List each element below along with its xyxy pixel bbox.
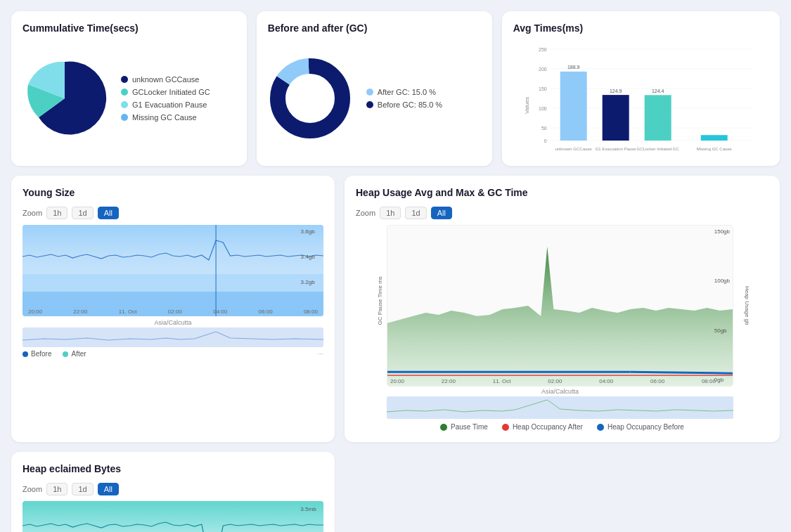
bar-chart-svg: Values 250 200 150 100 50 0 [513, 42, 769, 155]
young-legend-after: After [63, 350, 86, 358]
svg-text:124.9: 124.9 [610, 89, 622, 93]
young-x-1: 22:00 [73, 309, 87, 315]
heap-zoom-label: Zoom [356, 209, 375, 217]
gc-pause-label: GC Pause Time ms [377, 276, 383, 325]
beforeafter-content: After GC: 15.0 % Before GC: 85.0 % [268, 42, 481, 155]
heap-x-2: 11. Oct [493, 378, 511, 384]
pie-chart [22, 56, 107, 141]
heap-usage-title: Heap Usage Avg and Max & GC Time [356, 187, 769, 198]
heap-zoom-1h[interactable]: 1h [380, 207, 401, 219]
svg-text:200: 200 [539, 67, 547, 72]
young-size-card: Young Size Zoom 1h 1d All [11, 176, 335, 442]
young-zoom-1d[interactable]: 1d [72, 207, 93, 219]
young-x-5: 06:00 [259, 309, 273, 315]
young-mini-nav-svg [22, 327, 323, 347]
young-chart: 3.6gb 3.4gb 3.2gb 20:00 22:00 11. Oct 02… [22, 225, 323, 316]
heap-chart-svg [387, 226, 733, 386]
heap-x-0: 20:00 [390, 378, 404, 384]
heap-zoom-1d[interactable]: 1d [405, 207, 426, 219]
young-timezone: Asia/Calcutta [22, 319, 323, 326]
heap-y-100: 100gb [714, 278, 730, 284]
legend-dot-1 [121, 89, 128, 96]
young-legend-before-dot [22, 351, 28, 357]
young-zoom-all[interactable]: All [98, 207, 119, 219]
heap-mini-nav[interactable] [387, 396, 733, 419]
heap-chart-container: GC Pause Time ms Heap Usage gb [387, 225, 733, 419]
svg-rect-16 [560, 72, 586, 141]
heap-main-chart: 150gb 100gb 50gb 0gb 20:00 22:00 11. Oct… [387, 225, 733, 387]
heap-legend-after-label: Heap Occupancy After [513, 423, 583, 431]
svg-rect-22 [700, 135, 727, 141]
heap-legend-before: Heap Occupancy Before [597, 423, 684, 431]
svg-text:3.5mb: 3.5mb [300, 506, 316, 512]
heap-legend-pause: Pause Time [440, 423, 488, 431]
young-x-2: 11. Oct [119, 309, 137, 315]
svg-text:3.2gb: 3.2gb [300, 279, 315, 285]
before-legend-item: Before GC: 85.0 % [366, 100, 442, 109]
legend-item-1: GCLocker Initiated GC [121, 88, 210, 96]
young-more-icon[interactable]: ··· [318, 350, 323, 358]
legend-dot-0 [121, 76, 128, 83]
reclaimed-zoom-controls: Zoom 1h 1d All [22, 483, 323, 495]
heap-reclaimed-card: Heap eclaimed Bytes Zoom 1h 1d All [11, 452, 335, 532]
bottom-row: Heap eclaimed Bytes Zoom 1h 1d All [11, 452, 780, 532]
young-zoom-1h[interactable]: 1h [46, 207, 67, 219]
before-label: Before GC: 85.0 % [378, 100, 442, 109]
heap-mini-nav-svg [387, 396, 733, 419]
reclaimed-zoom-all[interactable]: All [98, 483, 119, 495]
legend-label-0: unknown GCCause [132, 75, 199, 84]
young-mini-nav[interactable] [22, 327, 323, 347]
heap-zoom-controls: Zoom 1h 1d All [356, 207, 769, 219]
heap-y-50: 50gb [714, 327, 730, 334]
young-legend: Before After ··· [22, 350, 323, 358]
beforeafter-title: Before and after (GC) [268, 22, 481, 34]
young-x-labels: 20:00 22:00 11. Oct 02:00 04:00 06:00 08… [22, 309, 323, 315]
legend-label-2: G1 Evacuation Pause [132, 100, 207, 109]
svg-text:0: 0 [544, 138, 546, 143]
svg-text:124.4: 124.4 [652, 89, 664, 93]
heap-zoom-all[interactable]: All [431, 207, 452, 219]
young-legend-before: Before [22, 350, 51, 358]
svg-rect-18 [602, 95, 629, 141]
heap-x-4: 04:00 [599, 378, 613, 384]
cumulative-content: unknown GCCause GCLocker Initiated GC G1… [22, 42, 236, 155]
cumulative-time-card: Cummulative Time(secs) [11, 11, 247, 166]
svg-point-2 [289, 77, 331, 119]
young-zoom-label: Zoom [22, 209, 42, 217]
reclaimed-zoom-1d[interactable]: 1d [72, 483, 93, 495]
young-legend-before-label: Before [31, 350, 51, 358]
young-size-title: Young Size [22, 187, 323, 198]
young-x-6: 08:00 [304, 309, 318, 315]
heap-x-3: 02:00 [548, 378, 562, 384]
young-x-0: 20:00 [28, 309, 42, 315]
svg-text:Missing GC Cause: Missing GC Cause [696, 147, 732, 151]
young-x-4: 04:00 [213, 309, 227, 315]
heap-usage-card: Heap Usage Avg and Max & GC Time Zoom 1h… [345, 176, 780, 442]
middle-row: Young Size Zoom 1h 1d All [11, 176, 780, 442]
heap-usage-gb-label: Heap Usage gb [745, 286, 751, 325]
svg-rect-20 [644, 95, 671, 141]
svg-text:GCLocker Initiated GC: GCLocker Initiated GC [636, 147, 679, 151]
svg-text:3.6gb: 3.6gb [300, 228, 315, 235]
svg-text:G1 Evacuation Pause: G1 Evacuation Pause [595, 147, 636, 151]
after-legend-item: After GC: 15.0 % [366, 88, 442, 96]
legend-item-3: Missing GC Cause [121, 113, 210, 122]
heap-legend-after: Heap Occupancy After [502, 423, 583, 431]
heap-y-150: 150gb [714, 228, 730, 235]
young-legend-after-label: After [71, 350, 86, 358]
avgtimes-card: Avg Times(ms) Values 250 200 150 10 [502, 11, 780, 166]
svg-text:188.9: 188.9 [567, 65, 580, 70]
before-legend-dot [366, 101, 373, 108]
svg-text:50: 50 [541, 126, 547, 131]
heap-reclaimed-title: Heap eclaimed Bytes [22, 463, 323, 474]
beforeafter-card: Before and after (GC) After GC: 15.0 % [257, 11, 492, 166]
heap-x-1: 22:00 [442, 378, 456, 384]
reclaimed-chart: 3.5mb 3.25mb 3mb 20:00 22:00 11. Oct 02:… [22, 501, 323, 532]
after-label: After GC: 15.0 % [378, 88, 436, 96]
heap-x-5: 06:00 [650, 378, 664, 384]
heap-legend-before-dot [597, 424, 604, 431]
svg-text:150: 150 [539, 86, 547, 91]
heap-x-6: 08:00 [702, 378, 716, 384]
reclaimed-zoom-1h[interactable]: 1h [46, 483, 67, 495]
legend-dot-2 [121, 101, 128, 108]
